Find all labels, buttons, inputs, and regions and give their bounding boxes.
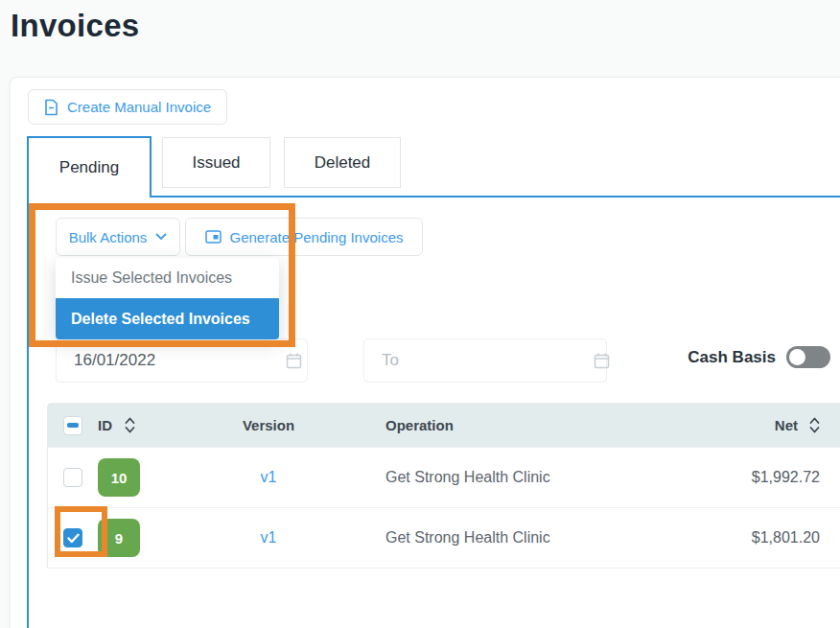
header-operation-label: Operation [336,417,639,433]
row-checkbox[interactable] [63,468,82,487]
menu-item-delete-selected-invoices[interactable]: Delete Selected Invoices [56,298,279,339]
tab-deleted-label: Deleted [315,153,371,173]
header-version-label: Version [201,417,336,433]
net-cell: $1,992.72 [752,469,820,486]
generate-pending-invoices-label: Generate Pending Invoices [230,229,404,245]
bulk-actions-dropdown-menu: Issue Selected Invoices Delete Selected … [56,258,279,339]
row-checkbox-checked[interactable] [63,528,82,547]
document-icon [44,99,58,116]
sort-net-icon[interactable] [809,417,820,433]
toggle-knob [789,349,805,365]
select-all-checkbox[interactable] [63,416,82,435]
invoices-card: Create Manual Invoice Pending Issued Del… [10,77,840,628]
from-date-field [56,338,308,383]
invoice-card-icon [205,230,222,244]
sort-id-icon[interactable] [125,417,135,433]
to-date-input[interactable] [382,351,594,370]
invoice-id-badge: 10 [98,458,140,497]
version-link[interactable]: v1 [261,469,277,485]
indeterminate-dash [67,423,79,428]
tab-deleted[interactable]: Deleted [284,137,401,188]
invoices-table: ID Version Operation Net [47,403,840,569]
page-title: Invoices [11,8,139,44]
version-link[interactable]: v1 [261,529,277,546]
cash-basis-control: Cash Basis [605,346,830,368]
table-row: 10 v1 Get Strong Health Clinic $1,992.72 [48,447,840,507]
menu-item-label: Issue Selected Invoices [71,269,232,287]
operation-cell: Get Strong Health Clinic [336,469,639,486]
tab-pending[interactable]: Pending [27,136,152,198]
operation-cell: Get Strong Health Clinic [336,529,639,547]
header-id-label: ID [98,417,112,433]
create-manual-invoice-button[interactable]: Create Manual Invoice [28,89,227,125]
chevron-down-icon [155,233,167,241]
tab-issued[interactable]: Issued [162,137,270,188]
table-header-row: ID Version Operation Net [48,404,840,447]
tab-issued-label: Issued [192,153,240,173]
header-net-label: Net [775,417,798,433]
calendar-icon[interactable] [286,352,302,369]
tab-pending-label: Pending [59,158,119,177]
to-date-field [363,338,607,383]
invoice-id-badge: 9 [98,519,140,557]
menu-item-issue-selected-invoices[interactable]: Issue Selected Invoices [56,258,279,298]
check-icon [67,533,80,544]
table-row: 9 v1 Get Strong Health Clinic $1,801.20 [48,507,840,568]
tabs-bottom-border [150,196,840,198]
bulk-actions-button[interactable]: Bulk Actions [56,218,180,256]
net-cell: $1,801.20 [752,529,820,547]
create-manual-invoice-label: Create Manual Invoice [67,99,211,115]
menu-item-label: Delete Selected Invoices [71,311,250,328]
generate-pending-invoices-button[interactable]: Generate Pending Invoices [185,218,423,256]
cash-basis-label: Cash Basis [688,348,776,367]
active-tab-left-border [27,136,29,628]
bulk-actions-label: Bulk Actions [69,229,148,245]
cash-basis-toggle[interactable] [786,346,830,368]
from-date-input[interactable] [74,351,286,370]
